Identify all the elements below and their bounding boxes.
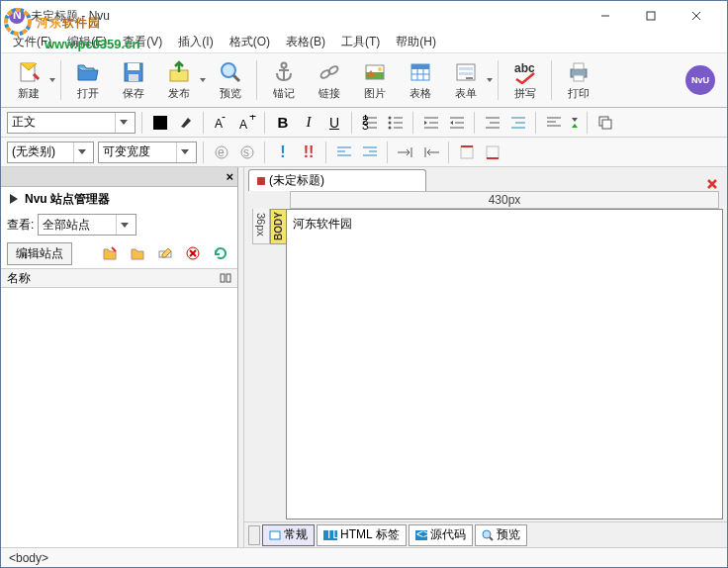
svg-text:A: A: [239, 118, 247, 131]
numbered-list-button[interactable]: 123: [359, 112, 381, 134]
view-combo[interactable]: 全部站点: [38, 214, 136, 236]
view-tab-source[interactable]: <> 源代码: [409, 524, 473, 546]
delete-button[interactable]: [182, 242, 204, 264]
publish-dropdown[interactable]: [199, 78, 207, 82]
app-icon: N: [9, 8, 25, 24]
menu-view[interactable]: 查看(V): [117, 32, 168, 52]
font-combo[interactable]: 可变宽度: [98, 142, 197, 163]
document-canvas[interactable]: 河东软件园: [286, 209, 723, 520]
indent-button[interactable]: [446, 112, 468, 134]
svg-rect-81: [461, 146, 473, 158]
rtl-button[interactable]: [420, 142, 442, 163]
form-dropdown[interactable]: [486, 78, 494, 82]
border-top-button[interactable]: [456, 142, 478, 163]
align-button[interactable]: [543, 112, 565, 134]
highlight-button[interactable]: [175, 112, 197, 134]
menu-edit[interactable]: 编辑(E): [61, 32, 113, 52]
svg-rect-30: [466, 77, 473, 79]
emphasis-stronger-button[interactable]: !!: [298, 142, 319, 163]
rename-button[interactable]: [154, 242, 176, 264]
open-icon: [75, 59, 101, 85]
align-right-button[interactable]: [359, 142, 381, 163]
sidebar-title: Nvu 站点管理器: [1, 187, 237, 211]
menu-file[interactable]: 文件(F): [7, 32, 57, 52]
refresh-button[interactable]: [210, 242, 231, 264]
bold-button[interactable]: B: [272, 112, 294, 134]
class-combo[interactable]: (无类别): [7, 142, 94, 163]
link-button[interactable]: 链接: [308, 55, 351, 105]
svg-rect-28: [459, 67, 473, 70]
maximize-button[interactable]: [628, 1, 674, 31]
new-folder-button[interactable]: [99, 242, 121, 264]
body-tag-marker[interactable]: BODY: [270, 209, 286, 244]
anchor-icon: [271, 59, 297, 85]
modified-dot-icon: [257, 177, 265, 185]
sidebar-close-button[interactable]: ×: [226, 169, 233, 184]
publish-button[interactable]: 发布: [157, 55, 201, 105]
italic-button[interactable]: I: [298, 112, 319, 134]
open-button[interactable]: 打开: [66, 55, 110, 105]
underline-button[interactable]: U: [323, 112, 345, 134]
view-tab-preview[interactable]: 预览: [475, 524, 527, 546]
new-dropdown[interactable]: [48, 78, 56, 82]
print-button[interactable]: 打印: [557, 55, 600, 105]
outdent-button[interactable]: [420, 112, 442, 134]
document-tab[interactable]: (未定标题): [248, 169, 426, 191]
minimize-button[interactable]: [583, 1, 628, 31]
table-button[interactable]: 表格: [399, 55, 442, 105]
menu-table[interactable]: 表格(B): [280, 32, 331, 52]
edit-site-button[interactable]: 编辑站点: [7, 242, 72, 265]
view-tab-html[interactable]: TD HTML 标签: [317, 524, 407, 546]
emphasis-strong-button[interactable]: !: [272, 142, 294, 163]
svg-rect-23: [411, 64, 429, 69]
svg-text:TD: TD: [325, 529, 337, 541]
format-toolbar-1: 正文 A- A+ B I U 123: [1, 108, 727, 138]
col-toggle-icon[interactable]: [220, 272, 231, 284]
tab-scroll-left[interactable]: [248, 525, 260, 545]
sidebar-button-row: 编辑站点: [1, 238, 237, 268]
text-color-button[interactable]: [149, 112, 171, 134]
open-folder-button[interactable]: [127, 242, 148, 264]
svg-rect-35: [153, 116, 167, 130]
close-button[interactable]: [674, 1, 719, 31]
bullet-list-button[interactable]: [385, 112, 407, 134]
menu-help[interactable]: 帮助(H): [390, 32, 442, 52]
preview-icon: [218, 59, 243, 85]
publish-icon: [166, 59, 192, 85]
status-path[interactable]: <body>: [9, 551, 48, 565]
decrease-font-button[interactable]: A-: [211, 112, 232, 134]
menu-insert[interactable]: 插入(I): [172, 32, 219, 52]
preview-button[interactable]: 预览: [209, 55, 252, 105]
source-icon: <>: [415, 529, 427, 541]
paragraph-combo[interactable]: 正文: [7, 112, 136, 134]
svg-text:abc: abc: [514, 61, 535, 75]
svg-point-21: [378, 67, 382, 71]
sidebar-list-body[interactable]: [1, 288, 237, 547]
tab-close-button[interactable]: [701, 177, 723, 191]
save-icon: [121, 59, 146, 85]
anchor-button[interactable]: 锚记: [262, 55, 306, 105]
def-desc-button[interactable]: [507, 112, 529, 134]
em-button[interactable]: e: [211, 142, 232, 163]
svg-rect-34: [574, 75, 584, 81]
new-button[interactable]: 新建: [7, 55, 50, 105]
layer-button[interactable]: [594, 112, 616, 134]
align-dropdown[interactable]: [569, 112, 581, 134]
def-term-button[interactable]: [482, 112, 503, 134]
image-button[interactable]: 图片: [353, 55, 397, 105]
spell-button[interactable]: abc 拼写: [503, 55, 547, 105]
normal-icon: [269, 529, 281, 541]
form-button[interactable]: 表单: [444, 55, 488, 105]
menu-tools[interactable]: 工具(T): [335, 32, 386, 52]
align-left-button[interactable]: [333, 142, 355, 163]
menu-format[interactable]: 格式(O): [224, 32, 276, 52]
view-tab-normal[interactable]: 常规: [262, 524, 315, 546]
increase-font-button[interactable]: A+: [236, 112, 258, 134]
save-button[interactable]: 保存: [112, 55, 155, 105]
border-bottom-button[interactable]: [482, 142, 503, 163]
format-toolbar-2: (无类别) 可变宽度 e s ! !!: [1, 138, 727, 167]
svg-text:3: 3: [362, 119, 369, 131]
ltr-button[interactable]: [395, 142, 416, 163]
strong-button[interactable]: s: [236, 142, 258, 163]
svg-rect-93: [270, 531, 280, 539]
